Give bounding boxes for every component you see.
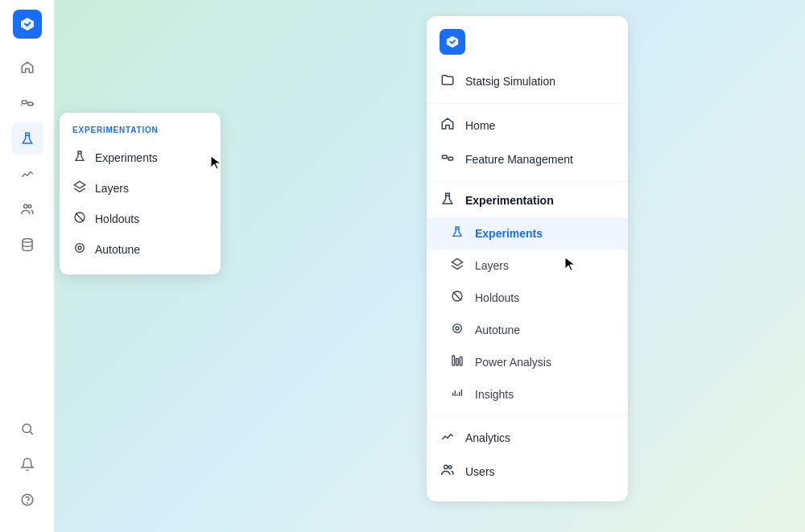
popup-item-holdouts-label: Holdouts [95,212,139,225]
svg-point-6 [23,204,27,208]
svg-line-16 [76,213,84,221]
svg-point-17 [78,246,81,250]
sub-autotune-icon [449,322,465,338]
right-panel-statsig-simulation[interactable]: Statsig Simulation [427,64,628,98]
right-panel-analytics[interactable]: Analytics [427,421,628,455]
svg-line-10 [30,431,32,434]
svg-point-18 [76,244,85,253]
svg-marker-24 [452,258,462,266]
svg-point-38 [448,465,452,468]
right-panel-nav: Statsig Simulation Home Feature Manageme… [427,16,628,501]
right-panel-sub-insights[interactable]: Insights [427,378,628,410]
sub-holdouts-label: Holdouts [475,291,519,304]
popup-item-holdouts[interactable]: Holdouts [60,204,221,234]
sub-insights-label: Insights [475,388,514,401]
sub-power-analysis-icon [449,354,465,370]
svg-rect-21 [448,157,453,160]
left-sidebar [0,0,55,532]
right-panel-experimentation-header[interactable]: Experimentation [427,187,628,217]
sidebar-database-btn[interactable] [11,229,43,261]
sidebar-bell-btn[interactable] [11,448,43,480]
popup-item-layers[interactable]: Layers [60,173,221,204]
svg-point-8 [23,239,32,243]
svg-rect-1 [27,102,32,105]
svg-point-28 [453,324,462,333]
svg-rect-29 [452,356,455,365]
popup-section-label: EXPERIMENTATION [60,126,221,142]
right-panel-sub-autotune[interactable]: Autotune [427,314,628,346]
feature-nav-icon [440,151,456,168]
sub-experiments-label: Experiments [475,227,543,240]
popup-item-layers-label: Layers [95,182,129,195]
home-label: Home [465,119,495,132]
statsig-simulation-label: Statsig Simulation [465,75,555,88]
svg-rect-31 [460,357,462,365]
svg-point-27 [456,327,459,330]
popup-experimentation-menu: EXPERIMENTATION Experiments Layers [60,113,221,274]
users-label: Users [465,465,495,478]
sidebar-home-btn[interactable] [11,52,43,84]
right-panel-sub-experiments[interactable]: Experiments [427,217,628,250]
sidebar-analytics-btn[interactable] [11,158,43,190]
popup-item-autotune-label: Autotune [95,243,140,256]
app-logo[interactable] [13,10,42,39]
sidebar-bottom [11,413,43,522]
svg-point-37 [444,465,448,469]
right-panel-home[interactable]: Home [427,109,628,142]
popup-item-experiments[interactable]: Experiments [60,142,221,173]
folder-icon [440,72,456,90]
right-panel-sub-holdouts[interactable]: Holdouts [427,282,628,314]
popup-item-experiments-label: Experiments [95,151,158,164]
analytics-label: Analytics [465,431,510,444]
right-panel-feature-management[interactable]: Feature Management [427,142,628,176]
sidebar-search-btn[interactable] [11,413,43,445]
sidebar-experimentation-btn[interactable] [11,122,43,155]
popup-item-autotune[interactable]: Autotune [60,234,221,265]
sub-experiments-icon [449,225,465,241]
users-nav-icon [440,463,456,480]
sub-holdouts-icon [449,290,465,306]
sub-layers-icon [449,258,465,274]
svg-point-12 [27,502,27,503]
svg-rect-0 [22,101,27,104]
right-panel-users[interactable]: Users [427,455,628,489]
experimentation-nav-icon [440,192,456,209]
sub-power-analysis-label: Power Analysis [475,356,551,369]
sub-layers-label: Layers [475,259,509,272]
svg-point-7 [28,204,31,208]
autotune-icon [72,241,87,258]
home-nav-icon [440,117,456,134]
right-panel-sub-layers[interactable]: Layers [427,250,628,282]
svg-point-9 [23,424,31,433]
svg-rect-30 [456,358,459,365]
layers-icon [72,180,87,196]
experimentation-header-label: Experimentation [465,194,554,207]
svg-marker-14 [74,181,85,188]
svg-line-26 [453,292,461,300]
sidebar-users-btn[interactable] [11,193,43,225]
right-panel-sub-power-analysis[interactable]: Power Analysis [427,346,628,378]
analytics-nav-icon [440,429,456,447]
sub-insights-icon [449,386,465,402]
holdouts-icon [72,211,87,227]
sub-autotune-label: Autotune [475,324,520,336]
svg-rect-20 [442,155,447,159]
sidebar-feature-btn[interactable] [11,87,43,119]
right-panel-logo [440,29,465,55]
experiments-icon [72,150,87,166]
sidebar-help-btn[interactable] [11,484,43,516]
feature-management-label: Feature Management [465,153,573,166]
